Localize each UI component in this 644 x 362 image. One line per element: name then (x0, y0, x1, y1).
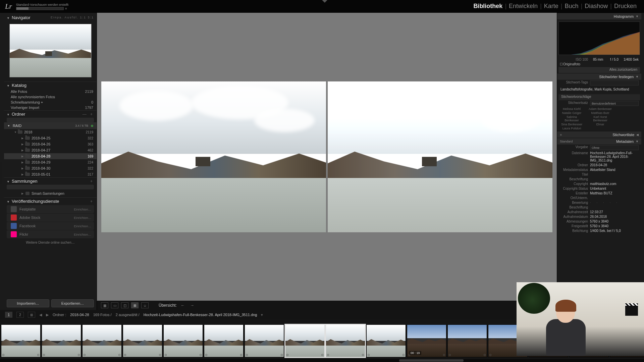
keyword-suggestion[interactable]: Karl Horst Benkesser (588, 115, 613, 122)
metadata-value[interactable] (590, 196, 639, 200)
view-compare-button[interactable]: ◫ (121, 302, 128, 308)
reset-button[interactable]: Alles zurücksetzen (558, 67, 640, 73)
keyword-suggestion[interactable]: Natalie Geiger (559, 111, 584, 115)
filmstrip-thumb[interactable] (407, 324, 446, 357)
original-checkbox-label[interactable]: Originalfoto (563, 62, 580, 66)
publish-service-row[interactable]: FacebookEinrichten… (7, 222, 94, 230)
metadata-header[interactable]: StandardMetadaten▼ (557, 138, 641, 144)
filmstrip-thumb[interactable] (245, 324, 284, 357)
catalog-row[interactable]: Schnellsammlung +0 (4, 100, 97, 105)
navigator-header[interactable]: ▼Navigator Einpa. Ausfül. 1:1 3:1 (4, 13, 97, 22)
task-cancel-icon[interactable]: ✕ (65, 7, 67, 10)
import-button[interactable]: Importieren… (7, 299, 49, 307)
setup-button[interactable]: Einrichten… (74, 216, 91, 220)
keyword-suggestion[interactable]: Adam Benkesser (588, 107, 613, 111)
compare-image-a[interactable] (101, 81, 326, 232)
navigator-zoom-options[interactable]: Einpa. Ausfül. 1:1 3:1 (51, 16, 94, 19)
setup-button[interactable]: Einrichten… (74, 207, 91, 211)
keyword-suggestion[interactable]: Laura Polidori (559, 127, 584, 130)
metadata-value[interactable] (590, 205, 639, 209)
catalog-row[interactable]: Vorheriger Import1797 (4, 105, 97, 110)
metadata-preset-select[interactable]: Ohne (590, 145, 639, 150)
grid-lock-icon[interactable]: ⊞ (28, 312, 35, 318)
view-grid-button[interactable]: ▦ (101, 302, 108, 308)
module-library[interactable]: Bibliothek (471, 3, 505, 10)
folder-row[interactable]: ▶2018-04-26363 (4, 141, 97, 147)
top-panel-toggle-icon[interactable] (322, 0, 327, 3)
metadata-value[interactable]: Matthias BUTZ (590, 191, 639, 195)
keyword-suggestion[interactable]: Sabrina Benkesser (559, 115, 584, 122)
publish-header[interactable]: ▼Veröffentlichungsdienste + (4, 197, 97, 205)
folder-row[interactable]: ▶2018-04-30322 (4, 165, 97, 171)
filmstrip-scrollbar[interactable] (0, 359, 644, 362)
filmstrip-thumb[interactable] (204, 324, 244, 357)
filmstrip-thumb[interactable] (447, 324, 487, 357)
crumb-prev[interactable]: ◀ (39, 313, 42, 317)
filmstrip-thumb[interactable] (285, 324, 325, 357)
keyword-suggestion[interactable]: Elmar (588, 123, 613, 126)
metadata-value[interactable]: matthiasbutz.com (590, 182, 639, 186)
view-survey-button[interactable]: ⊞ (131, 302, 139, 308)
collections-filter-input[interactable] (7, 185, 94, 189)
main-window-button[interactable]: 1 (5, 312, 12, 318)
module-map[interactable]: Karte (542, 3, 561, 10)
crumb-filename[interactable]: Hochzeit-Ludwigshafen-Full-Benkesser-28.… (144, 313, 257, 317)
setup-button[interactable]: Einrichten… (74, 233, 91, 236)
keyword-list-header[interactable]: +Stichwortliste◀ (557, 131, 641, 138)
catalog-row[interactable]: Alle synchronisierten Fotos (4, 94, 97, 100)
filmstrip-thumb[interactable] (163, 324, 203, 357)
survey-next-button[interactable]: → (189, 303, 196, 308)
keyword-set-select[interactable]: Benutzerdefiniert (590, 101, 639, 106)
crumb-folder-name[interactable]: 2018-04-28 (70, 313, 89, 317)
collections-add-icon[interactable]: + (90, 179, 94, 184)
metadata-value[interactable]: Hochzeit-Ludwigshafen-Full-Benkesser-28.… (590, 151, 639, 162)
filmstrip-thumb[interactable] (366, 324, 406, 357)
metadata-value[interactable] (590, 177, 639, 181)
module-print[interactable]: Drucken (612, 3, 639, 10)
metadata-value[interactable]: 12:33:27 (590, 210, 639, 214)
metadata-value[interactable] (590, 173, 639, 176)
publish-service-row[interactable]: Adobe StockEinrichten… (7, 214, 94, 222)
keyword-tags-input[interactable] (590, 80, 639, 85)
volume-row[interactable]: ▼RAID 3.4 / 6 TB (4, 122, 97, 129)
metadata-value[interactable]: Unbekannt (590, 187, 639, 190)
histogram-header[interactable]: Histogramm▼ (557, 13, 641, 19)
publish-service-row[interactable]: FlickrEinrichten… (7, 230, 94, 238)
filmstrip-thumb[interactable] (123, 324, 162, 357)
keyword-suggestion[interactable]: Melissa Kiehl (559, 107, 584, 111)
metadata-value[interactable]: 5760 x 3840 (590, 224, 639, 228)
metadata-value[interactable]: Aktuellster Stand (590, 168, 639, 172)
navigator-preview[interactable] (9, 24, 92, 77)
folder-filter-input[interactable] (7, 118, 94, 122)
crumb-next[interactable]: ▶ (46, 313, 49, 317)
metadata-value[interactable]: 2018-04-28 (590, 163, 639, 167)
catalog-row[interactable]: Alle Fotos2119 (4, 89, 97, 94)
module-develop[interactable]: Entwickeln (506, 3, 540, 10)
rating-stars[interactable]: · · · · · (590, 201, 620, 204)
compare-image-b[interactable] (328, 81, 552, 232)
folder-row[interactable]: ▶2018-04-25322 (4, 135, 97, 141)
survey-prev-button[interactable]: ← (179, 303, 186, 308)
module-slideshow[interactable]: Diashow (582, 3, 610, 10)
module-book[interactable]: Buch (562, 3, 581, 10)
filmstrip-thumb[interactable] (1, 324, 41, 357)
publish-more-link[interactable]: Weitere Dienste online suchen… (4, 239, 97, 246)
folder-row[interactable]: ▶2018-04-27462 (4, 147, 97, 153)
folder-row[interactable]: ▶2018-05-01317 (4, 171, 97, 177)
filmstrip-thumb[interactable] (326, 324, 365, 357)
catalog-header[interactable]: ▼Katalog (4, 81, 97, 89)
metadata-value[interactable]: 1/400 Sek. bei f / 5,0 (590, 229, 639, 233)
right-panel-toggle[interactable] (642, 162, 644, 184)
folders-controls[interactable]: — + (83, 112, 94, 117)
export-button[interactable]: Exportieren… (51, 299, 94, 307)
histogram[interactable] (558, 21, 640, 55)
collections-header[interactable]: ▼Sammlungen + (4, 177, 97, 185)
keyword-suggestion[interactable]: Sina Benkesser (559, 123, 584, 126)
left-panel-toggle[interactable] (0, 162, 2, 184)
view-people-button[interactable]: ☺ (141, 302, 149, 308)
folders-header[interactable]: ▼Ordner — + (4, 110, 97, 118)
smart-collections-row[interactable]: ▶ Smart-Sammlungen (4, 190, 97, 196)
view-loupe-button[interactable]: ▭ (111, 302, 118, 308)
filmstrip-thumb[interactable] (82, 324, 122, 357)
metadata-value[interactable]: 5760 x 3840 (590, 220, 639, 223)
